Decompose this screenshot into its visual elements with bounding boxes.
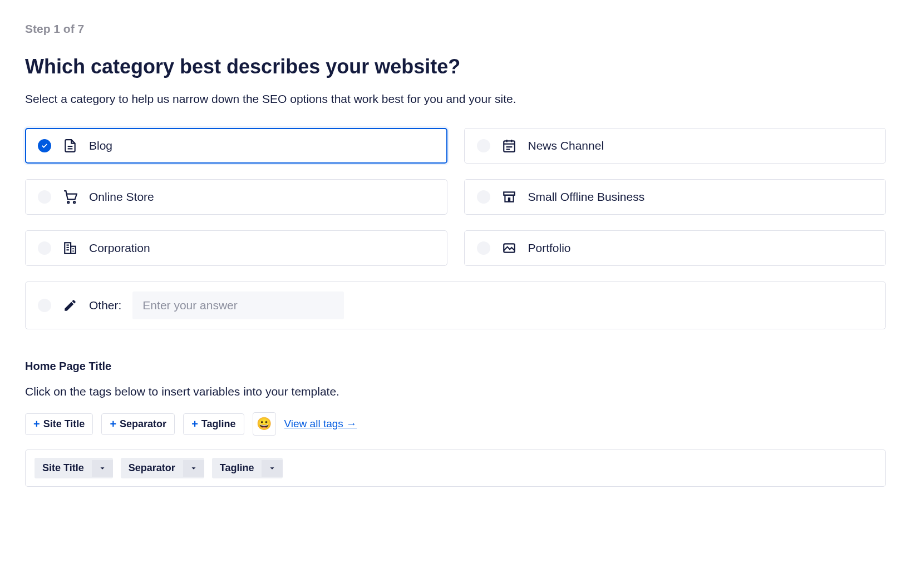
svg-point-8 xyxy=(67,201,69,203)
category-option-news-channel[interactable]: News Channel xyxy=(464,128,887,164)
radio-unselected xyxy=(38,299,51,312)
section-desc-home-page: Click on the tags below to insert variab… xyxy=(25,385,886,398)
cart-icon xyxy=(62,189,78,205)
template-tag-dropdown[interactable] xyxy=(262,460,283,477)
radio-unselected xyxy=(477,139,490,152)
tag-button-label: Separator xyxy=(120,418,166,430)
radio-unselected xyxy=(38,190,51,204)
category-option-small-offline-business[interactable]: Small Offline Business xyxy=(464,179,887,215)
pencil-icon xyxy=(62,298,78,313)
template-tag-dropdown[interactable] xyxy=(92,460,113,477)
category-label: Small Offline Business xyxy=(528,190,645,204)
step-indicator: Step 1 of 7 xyxy=(25,22,886,36)
radio-unselected xyxy=(477,241,490,255)
add-tagline-tag-button[interactable]: + Tagline xyxy=(183,413,244,435)
category-grid: Blog News Channel Online Store Small Off… xyxy=(25,128,886,266)
template-tag-label: Separator xyxy=(121,458,183,478)
other-input[interactable] xyxy=(132,291,344,319)
other-label: Other: xyxy=(89,299,121,312)
template-tag-site-title[interactable]: Site Title xyxy=(35,458,113,478)
template-tag-tagline[interactable]: Tagline xyxy=(212,458,283,478)
svg-point-9 xyxy=(73,201,75,203)
add-separator-tag-button[interactable]: + Separator xyxy=(101,413,175,435)
category-option-other[interactable]: Other: xyxy=(25,281,886,329)
category-label: Blog xyxy=(89,139,112,152)
radio-selected xyxy=(38,139,51,152)
category-option-portfolio[interactable]: Portfolio xyxy=(464,230,887,266)
category-label: Corporation xyxy=(89,241,150,255)
page-heading: Which category best describes your websi… xyxy=(25,55,886,78)
page-subheading: Select a category to help us narrow down… xyxy=(25,92,886,106)
category-label: Online Store xyxy=(89,190,154,204)
radio-unselected xyxy=(477,190,490,204)
check-icon xyxy=(41,142,48,150)
template-tag-dropdown[interactable] xyxy=(183,460,204,477)
chevron-down-icon xyxy=(190,465,198,472)
view-all-tags-link[interactable]: View all tags → xyxy=(284,418,357,430)
plus-icon: + xyxy=(191,418,198,429)
template-tag-label: Tagline xyxy=(212,458,262,478)
file-icon xyxy=(62,138,78,154)
title-template-input[interactable]: Site Title Separator Tagline xyxy=(25,449,886,487)
store-icon xyxy=(501,189,517,205)
calendar-icon xyxy=(501,138,517,154)
section-title-home-page: Home Page Title xyxy=(25,360,886,373)
tag-button-label: Site Title xyxy=(43,418,85,430)
tag-insert-row: + Site Title + Separator + Tagline 😀 Vie… xyxy=(25,412,886,436)
plus-icon: + xyxy=(110,418,116,429)
chevron-down-icon xyxy=(99,465,106,472)
chevron-down-icon xyxy=(268,465,276,472)
category-label: News Channel xyxy=(528,139,604,152)
smiley-icon: 😀 xyxy=(257,417,272,431)
tag-button-label: Tagline xyxy=(201,418,236,430)
plus-icon: + xyxy=(33,418,40,429)
category-option-corporation[interactable]: Corporation xyxy=(25,230,447,266)
emoji-picker-button[interactable]: 😀 xyxy=(253,412,276,436)
image-icon xyxy=(501,240,517,256)
template-tag-label: Site Title xyxy=(35,458,92,478)
category-label: Portfolio xyxy=(528,241,571,255)
template-tag-separator[interactable]: Separator xyxy=(121,458,204,478)
building-icon xyxy=(62,240,78,256)
category-option-online-store[interactable]: Online Store xyxy=(25,179,447,215)
category-option-blog[interactable]: Blog xyxy=(25,128,447,164)
add-site-title-tag-button[interactable]: + Site Title xyxy=(25,413,93,435)
radio-unselected xyxy=(38,241,51,255)
svg-rect-11 xyxy=(71,246,76,254)
